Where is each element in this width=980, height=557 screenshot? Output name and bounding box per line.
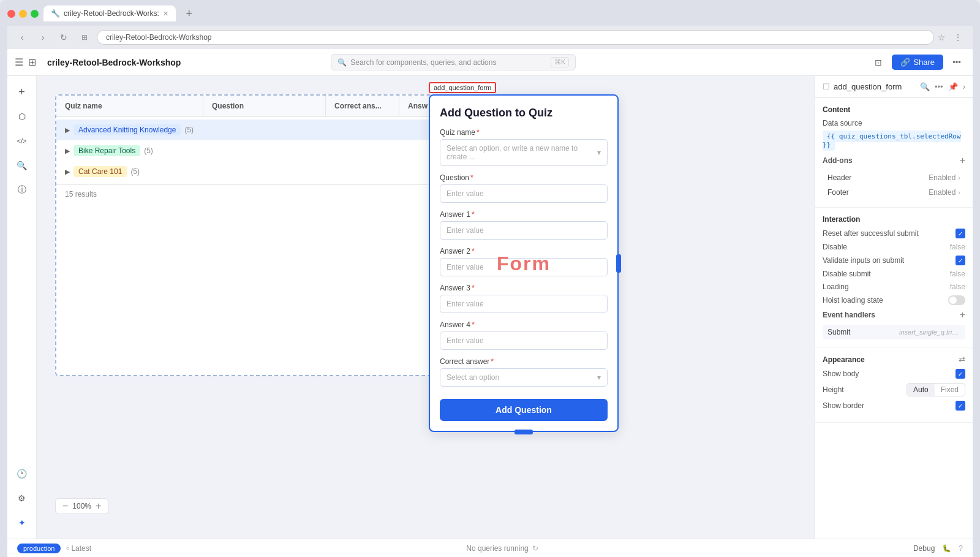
submit-event-row[interactable]: Submit insert_single_q.trigg...	[823, 325, 965, 339]
share-button[interactable]: 🔗 Share	[892, 55, 943, 70]
tab-title: criley-Retool-Bedrock-Works:	[64, 9, 159, 18]
app-title: criley-Retool-Bedrock-Workshop	[47, 58, 181, 67]
height-auto-option[interactable]: Auto	[907, 384, 935, 396]
loading-value[interactable]: false	[950, 282, 965, 291]
appearance-header: Appearance ⇄	[823, 355, 965, 364]
expand-panel-icon[interactable]: ›	[963, 82, 965, 91]
star-icon[interactable]: ✦	[11, 512, 33, 534]
footer-addon-value: Enabled	[929, 188, 956, 197]
data-source-value[interactable]: {{ quiz_questions_tbl.selectedRow }}	[823, 131, 961, 151]
height-fixed-option[interactable]: Fixed	[935, 384, 965, 396]
component-checkbox-icon: ☐	[823, 82, 830, 91]
answer3-input[interactable]	[440, 295, 608, 313]
add-component-icon[interactable]: +	[11, 81, 33, 103]
zoom-out-button[interactable]: −	[61, 501, 70, 512]
content-title: Content	[823, 105, 965, 114]
help-icon[interactable]: ?	[959, 544, 963, 553]
expand-arrow-icon: ▶	[65, 147, 70, 155]
settings-icon[interactable]: ⚙	[11, 487, 33, 509]
addons-header-row: Add-ons +	[823, 155, 965, 166]
app-topbar: ☰ ⊞ criley-Retool-Bedrock-Workshop 🔍 Sea…	[7, 49, 973, 76]
event-handlers-header: Event handlers +	[823, 309, 965, 320]
interaction-title: Interaction	[823, 215, 965, 224]
appearance-section: Appearance ⇄ Show body ✓ Height Auto Fix…	[815, 347, 973, 423]
height-row: Height Auto Fixed	[823, 383, 965, 396]
forward-button[interactable]: ›	[34, 29, 51, 46]
env-badge[interactable]: production	[17, 544, 61, 553]
cast-button[interactable]: ⊞	[76, 29, 93, 46]
add-question-button[interactable]: Add Question	[440, 399, 608, 421]
pin-icon[interactable]: 📌	[948, 82, 958, 91]
hoist-label: Hoist loading state	[823, 296, 948, 305]
close-dot[interactable]	[7, 10, 15, 18]
required-mark: *	[491, 357, 494, 366]
tab-close-icon[interactable]: ✕	[163, 10, 168, 18]
show-border-checkbox[interactable]: ✓	[956, 401, 965, 411]
components-icon[interactable]: ⬡	[11, 105, 33, 127]
appearance-settings-icon[interactable]: ⇄	[959, 355, 965, 364]
validate-checkbox[interactable]: ✓	[956, 256, 965, 265]
new-tab-button[interactable]: +	[181, 5, 198, 22]
canvas-area: Quiz name Question Correct ans... Answ ▶…	[37, 76, 815, 539]
correct-answer-field: Correct answer * Select an option ▾	[440, 357, 608, 387]
answer2-input[interactable]	[440, 258, 608, 276]
correct-answer-label: Correct answer *	[440, 357, 608, 366]
status-left: production ○ Latest	[17, 544, 91, 553]
question-input[interactable]	[440, 184, 608, 203]
minimize-dot[interactable]	[19, 10, 27, 18]
show-border-label: Show border	[823, 401, 956, 410]
latest-link[interactable]: ○ Latest	[66, 544, 91, 553]
required-mark: *	[477, 128, 480, 137]
answer1-input[interactable]	[440, 221, 608, 240]
answer4-input[interactable]	[440, 332, 608, 350]
correct-answer-select[interactable]: Select an option ▾	[440, 368, 608, 387]
refresh-button[interactable]: ↻	[55, 29, 72, 46]
disable-submit-value[interactable]: false	[950, 270, 965, 278]
layout-icon[interactable]: ⊡	[870, 54, 887, 71]
hoist-toggle[interactable]	[948, 295, 965, 305]
address-bar[interactable]: criley-Retool-Bedrock-Workshop	[97, 30, 934, 45]
header-addon-row[interactable]: Header Enabled ›	[823, 170, 965, 185]
maximize-dot[interactable]	[31, 10, 39, 18]
quiz-name-select[interactable]: Select an option, or write a new name to…	[440, 139, 608, 166]
question-field: Question *	[440, 173, 608, 203]
browser-tab[interactable]: 🔧 criley-Retool-Bedrock-Works: ✕	[43, 6, 176, 21]
form-panel-wrapper: add_question_form Form Add Question to Q…	[429, 82, 619, 432]
resize-handle-bottom[interactable]	[514, 430, 533, 434]
sidebar-toggle-icon[interactable]: ☰	[15, 56, 23, 68]
grid-icon[interactable]: ⊞	[28, 56, 36, 68]
reset-checkbox[interactable]: ✓	[956, 229, 965, 238]
search-icon[interactable]: 🔍	[11, 154, 33, 176]
info-icon[interactable]: ⓘ	[11, 179, 33, 201]
add-addon-button[interactable]: +	[960, 155, 965, 166]
quiz-badge-knitting: Advanced Knitting Knowledge	[74, 124, 181, 135]
bookmark-icon[interactable]: ☆	[938, 32, 946, 42]
search-panel-icon[interactable]: 🔍	[920, 82, 930, 91]
submit-event-value: insert_single_q.trigg...	[899, 328, 960, 336]
disable-value[interactable]: false	[950, 243, 965, 251]
quiz-name-label: Quiz name *	[440, 128, 608, 137]
more-panel-icon[interactable]: •••	[935, 82, 943, 91]
debug-label[interactable]: Debug	[913, 544, 935, 553]
show-body-checkbox[interactable]: ✓	[956, 369, 965, 379]
col-quiz-name: Quiz name	[56, 96, 203, 116]
zoom-in-button[interactable]: +	[94, 501, 103, 512]
add-event-button[interactable]: +	[960, 309, 965, 320]
resize-handle-right[interactable]	[616, 254, 621, 273]
table-row[interactable]: ▶ Bike Repair Tools (5)	[56, 140, 470, 161]
extensions-button[interactable]: ⋮	[949, 29, 967, 46]
table-row[interactable]: ▶ Advanced Knitting Knowledge (5)	[56, 119, 470, 140]
data-source-label: Data source	[823, 119, 965, 127]
zoom-level: 100%	[72, 502, 91, 510]
required-mark: *	[470, 173, 473, 182]
topbar-search-bar[interactable]: 🔍 Search for components, queries, and ac…	[331, 54, 576, 70]
table-row[interactable]: ▶ Cat Care 101 (5)	[56, 161, 470, 182]
code-editor-icon[interactable]: </>	[11, 130, 33, 152]
back-button[interactable]: ‹	[13, 29, 31, 46]
footer-addon-row[interactable]: Footer Enabled ›	[823, 185, 965, 200]
validate-row: Validate inputs on submit ✓	[823, 256, 965, 265]
loading-label: Loading	[823, 282, 950, 291]
queries-status-text: No queries running	[466, 544, 528, 553]
more-options-icon[interactable]: •••	[948, 54, 965, 71]
history-icon[interactable]: 🕐	[11, 463, 33, 485]
